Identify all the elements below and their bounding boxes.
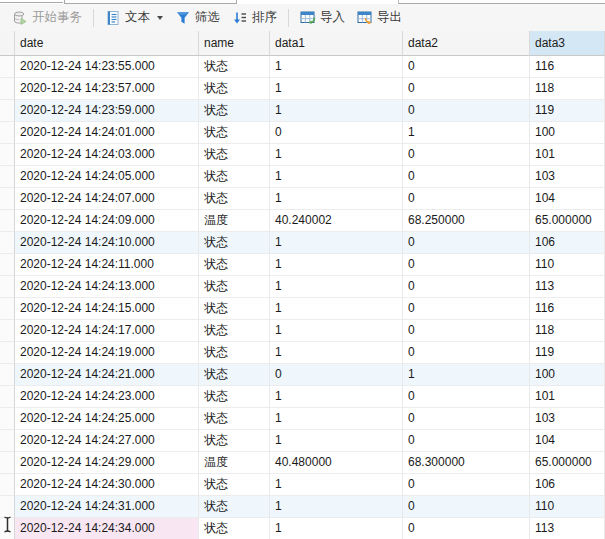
cell-name[interactable]: 状态 [199,320,270,342]
cell-date[interactable]: 2020-12-24 14:24:27.000 [15,430,199,452]
row-gutter-cell[interactable] [0,452,15,474]
cell-date[interactable]: 2020-12-24 14:24:03.000 [15,144,199,166]
table-row[interactable]: 2020-12-24 14:24:30.000 状态 1 0 106 [0,474,605,496]
cell-data2[interactable]: 0 [403,408,530,430]
cell-date[interactable]: 2020-12-24 14:24:34.000 [15,518,199,539]
cell-date[interactable]: 2020-12-24 14:24:15.000 [15,298,199,320]
cell-name[interactable]: 状态 [199,56,270,78]
cell-data1[interactable]: 1 [270,254,403,276]
cell-date[interactable]: 2020-12-24 14:24:29.000 [15,452,199,474]
cell-date[interactable]: 2020-12-24 14:24:31.000 [15,496,199,518]
cell-name[interactable]: 温度 [199,210,270,232]
table-row[interactable]: 2020-12-24 14:24:01.000 状态 0 1 100 [0,122,605,144]
column-header-data2[interactable]: data2 [403,31,530,56]
cell-data2[interactable]: 0 [403,496,530,518]
row-gutter-cell[interactable] [0,298,15,320]
cell-data1[interactable]: 1 [270,100,403,122]
cell-data1[interactable]: 1 [270,144,403,166]
cell-date[interactable]: 2020-12-24 14:24:13.000 [15,276,199,298]
row-gutter-cell[interactable] [0,210,15,232]
cell-date[interactable]: 2020-12-24 14:24:25.000 [15,408,199,430]
table-row[interactable]: 2020-12-24 14:24:09.000 温度 40.240002 68.… [0,210,605,232]
cell-name[interactable]: 状态 [199,342,270,364]
row-gutter-cell[interactable] [0,408,15,430]
cell-data1[interactable]: 1 [270,320,403,342]
cell-data3[interactable]: 113 [530,276,605,298]
cell-name[interactable]: 状态 [199,122,270,144]
cell-data3[interactable]: 101 [530,386,605,408]
cell-data2[interactable]: 0 [403,254,530,276]
cell-data2[interactable]: 1 [403,122,530,144]
cell-data1[interactable]: 1 [270,342,403,364]
cell-data1[interactable]: 1 [270,298,403,320]
table-row[interactable]: 2020-12-24 14:24:07.000 状态 1 0 104 [0,188,605,210]
table-row[interactable]: 2020-12-24 14:24:21.000 状态 0 1 100 [0,364,605,386]
table-row[interactable]: 2020-12-24 14:24:13.000 状态 1 0 113 [0,276,605,298]
table-row[interactable]: 2020-12-24 14:24:10.000 状态 1 0 106 [0,232,605,254]
cell-data3[interactable]: 110 [530,254,605,276]
table-row[interactable]: 2020-12-24 14:24:05.000 状态 1 0 103 [0,166,605,188]
table-row[interactable]: 2020-12-24 14:24:03.000 状态 1 0 101 [0,144,605,166]
cell-data1[interactable]: 1 [270,78,403,100]
export-button[interactable]: 导出 [351,6,408,29]
cell-data2[interactable]: 0 [403,166,530,188]
cell-name[interactable]: 温度 [199,452,270,474]
cell-data1[interactable]: 0 [270,364,403,386]
cell-name[interactable]: 状态 [199,276,270,298]
cell-date[interactable]: 2020-12-24 14:23:59.000 [15,100,199,122]
cell-name[interactable]: 状态 [199,518,270,539]
row-gutter-cell[interactable] [0,78,15,100]
row-gutter-cell[interactable] [0,100,15,122]
cell-data2[interactable]: 0 [403,386,530,408]
cell-name[interactable]: 状态 [199,298,270,320]
cell-data3[interactable]: 106 [530,232,605,254]
cell-data2[interactable]: 0 [403,474,530,496]
table-row[interactable]: 2020-12-24 14:24:25.000 状态 1 0 103 [0,408,605,430]
cell-date[interactable]: 2020-12-24 14:24:10.000 [15,232,199,254]
cell-data2[interactable]: 0 [403,276,530,298]
cell-name[interactable]: 状态 [199,386,270,408]
table-row[interactable]: 2020-12-24 14:24:31.000 状态 1 0 110 [0,496,605,518]
cell-data3[interactable]: 118 [530,78,605,100]
cell-date[interactable]: 2020-12-24 14:24:19.000 [15,342,199,364]
table-row[interactable]: 2020-12-24 14:23:59.000 状态 1 0 119 [0,100,605,122]
cell-data1[interactable]: 1 [270,408,403,430]
table-row[interactable]: 2020-12-24 14:23:55.000 状态 1 0 116 [0,56,605,78]
cell-data3[interactable]: 110 [530,496,605,518]
row-gutter-cell[interactable] [0,276,15,298]
sort-button[interactable]: 排序 [226,6,283,29]
row-gutter-cell[interactable] [0,474,15,496]
row-gutter-cell[interactable] [0,386,15,408]
column-header-date[interactable]: date [15,31,199,56]
row-gutter-cell[interactable] [0,122,15,144]
cell-data3[interactable]: 103 [530,408,605,430]
cell-date[interactable]: 2020-12-24 14:24:30.000 [15,474,199,496]
cell-data2[interactable]: 0 [403,320,530,342]
cell-name[interactable]: 状态 [199,364,270,386]
cell-data3[interactable]: 103 [530,166,605,188]
table-row[interactable]: 2020-12-24 14:24:23.000 状态 1 0 101 [0,386,605,408]
cell-data2[interactable]: 0 [403,298,530,320]
table-row[interactable]: 2020-12-24 14:24:27.000 状态 1 0 104 [0,430,605,452]
cell-name[interactable]: 状态 [199,188,270,210]
row-gutter-cell[interactable] [0,254,15,276]
table-row[interactable]: 2020-12-24 14:24:19.000 状态 1 0 119 [0,342,605,364]
cell-date[interactable]: 2020-12-24 14:24:11.000 [15,254,199,276]
cell-data3[interactable]: 118 [530,320,605,342]
cell-data3[interactable]: 101 [530,144,605,166]
cell-data1[interactable]: 1 [270,386,403,408]
cell-name[interactable]: 状态 [199,408,270,430]
row-gutter-cell[interactable] [0,320,15,342]
cell-name[interactable]: 状态 [199,232,270,254]
cell-data3[interactable]: 100 [530,364,605,386]
cell-data2[interactable]: 0 [403,56,530,78]
cell-data2[interactable]: 0 [403,342,530,364]
row-gutter-cell[interactable] [0,166,15,188]
column-header-data1[interactable]: data1 [270,31,403,56]
cell-date[interactable]: 2020-12-24 14:23:55.000 [15,56,199,78]
cell-data3[interactable]: 119 [530,342,605,364]
cell-date[interactable]: 2020-12-24 14:24:05.000 [15,166,199,188]
cell-data1[interactable]: 40.480000 [270,452,403,474]
table-row[interactable]: 2020-12-24 14:23:57.000 状态 1 0 118 [0,78,605,100]
cell-data2[interactable]: 0 [403,232,530,254]
